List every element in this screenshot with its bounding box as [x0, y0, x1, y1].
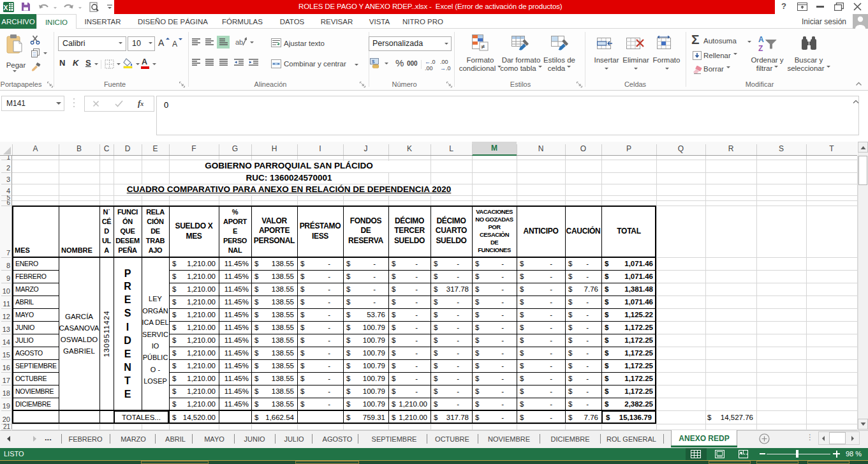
svg-text:X: X — [3, 4, 8, 11]
svg-text:ab: ab — [235, 38, 243, 46]
svg-text:$: $ — [372, 59, 375, 64]
svg-text:≠: ≠ — [481, 43, 485, 50]
svg-text:Z: Z — [758, 44, 763, 52]
svg-text:A: A — [758, 35, 764, 44]
